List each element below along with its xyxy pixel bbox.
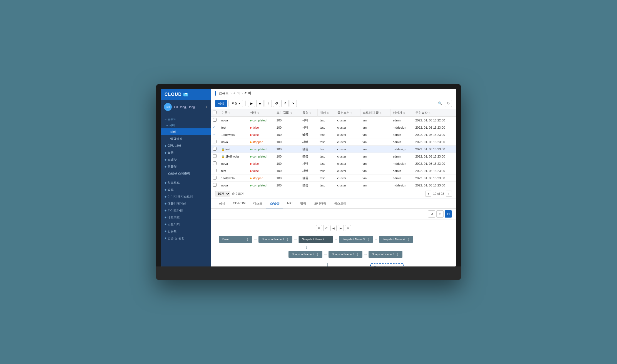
flow-start-btn[interactable]: ◀ (330, 225, 337, 231)
search-icon[interactable]: 🔍 (436, 100, 444, 107)
snapshot-flow-btn[interactable]: ⊟ (445, 210, 452, 218)
node-6b-menu[interactable]: ⋮ (396, 253, 399, 256)
snapshot-node-6b[interactable]: Snapshot Name 6 ⋮ (369, 251, 402, 258)
table-row[interactable]: novastopped100서버testclustervmadmin2022. … (211, 138, 456, 146)
plus-icon-app: + (165, 202, 166, 206)
row-checkbox[interactable] (213, 154, 217, 158)
row-checkbox[interactable] (213, 169, 217, 172)
sidebar-item-app[interactable]: + 애플리케이션 (161, 200, 211, 207)
tab-disk[interactable]: 디스크 (249, 199, 266, 208)
node-base-menu[interactable]: ⋮ (246, 238, 249, 241)
flow-close-btn[interactable]: ✕ (345, 225, 351, 231)
row-target: test (317, 117, 335, 124)
sidebar-item-workload[interactable]: + 워크로드 (161, 179, 211, 186)
flow-sync-btn[interactable]: ↺ (323, 225, 329, 231)
table-row[interactable]: ✓1lkdfjwolalfalse100볼륨testclustervmadmin… (211, 131, 456, 138)
node-6a-menu[interactable]: ⋮ (356, 253, 359, 256)
sidebar-item-auth[interactable]: + 인증 및 관한 (161, 235, 211, 242)
snapshot-node-5[interactable]: Snapshot Name 5 ⋮ (288, 251, 322, 258)
tab-monitoring[interactable]: 모니터링 (310, 199, 330, 208)
create-button[interactable]: 생성 (215, 100, 227, 107)
plus-icon-pipeline: + (165, 209, 166, 213)
avatar: GH (164, 103, 172, 111)
sidebar-group-server[interactable]: 서버 (161, 122, 211, 128)
select-all-checkbox[interactable] (213, 111, 217, 114)
you-are-here-node[interactable]: You are Here + (370, 263, 404, 266)
table-row[interactable]: novafalse100서버testclustervmrnddesign2022… (211, 160, 456, 167)
snapshot-node-6a[interactable]: Snapshot Name 6 ⋮ (329, 251, 362, 258)
node-5-menu[interactable]: ⋮ (316, 253, 319, 256)
breadcrumb-compute[interactable]: 컴퓨트 (219, 91, 229, 96)
snapshot-node-3[interactable]: Snapshot Name 3 ⋮ (339, 236, 373, 243)
toolbar-reload-btn[interactable]: ↻ (445, 100, 452, 107)
next-page-btn[interactable]: › (446, 191, 452, 197)
sidebar-item-snapshot[interactable]: + 스냅샷 (161, 156, 211, 163)
toolbar-close-btn[interactable]: ✕ (290, 100, 297, 107)
sidebar-item-computer2[interactable]: + 컴퓨트 (161, 228, 211, 235)
table-row[interactable]: ✓testfalse100서버testclustervmrnddesign202… (211, 124, 456, 131)
sidebar-item-volume[interactable]: + 볼륨 (161, 149, 211, 156)
node-4-menu[interactable]: ⋮ (407, 238, 410, 241)
row-creator: admin (390, 174, 413, 182)
table-row[interactable]: 🔒 testcompleted100볼륨testclustervmrnddesi… (211, 146, 456, 153)
sidebar-item-pipeline[interactable]: + 파이프라인 (161, 207, 211, 214)
snapshot-node-2[interactable]: Snapshot Name 2 ⋮ (298, 236, 333, 243)
sidebar-item-gpu[interactable]: + GPU 서버 (161, 142, 211, 149)
table-row[interactable]: testfalse100서버testclustervmadmin2022. 01… (211, 167, 456, 174)
table-row[interactable]: novacompleted100볼륨testclustervmrnddesign… (211, 182, 456, 189)
status-dot (250, 149, 252, 150)
row-checkbox[interactable] (213, 140, 217, 143)
sidebar-item-template[interactable]: + 템플릿 (161, 163, 211, 170)
node-3-menu[interactable]: ⋮ (367, 238, 370, 241)
tab-nic[interactable]: NIC (283, 199, 296, 208)
flow-toolbar: ⧉ ↺ ◀ ▶ ✕ (219, 225, 448, 231)
flow-end-btn[interactable]: ▶ (338, 225, 344, 231)
sidebar-item-network[interactable]: + 네트워크 (161, 214, 211, 221)
row-checkbox[interactable] (213, 183, 217, 187)
snapshot-refresh-btn[interactable]: ↺ (428, 210, 435, 218)
row-type: 볼륨 (300, 153, 317, 160)
snapshot-node-base[interactable]: Base ⋮ (219, 236, 252, 243)
toolbar-pause-btn[interactable]: ⏸ (265, 100, 272, 107)
snapshot-node-4[interactable]: Snapshot Name 4 ⋮ (379, 236, 413, 243)
toolbar-timer-btn[interactable]: ⏱ (273, 100, 280, 107)
flow-copy-btn[interactable]: ⧉ (316, 225, 322, 231)
per-page-select[interactable]: 10건 20건 50건 (215, 191, 230, 196)
laptop-base (156, 266, 461, 280)
node-1-menu[interactable]: ⋮ (286, 238, 289, 241)
prev-page-btn[interactable]: ‹ (425, 191, 431, 197)
sidebar-user[interactable]: GH Gil Dong, Hong ▾ (161, 100, 211, 114)
table-row[interactable]: novacompleted100서버testclustervmadmin2022… (211, 117, 456, 124)
toolbar-stop-btn[interactable]: ■ (256, 100, 263, 107)
row-checkbox[interactable] (213, 147, 217, 151)
tab-detail[interactable]: 상세 (215, 199, 229, 208)
tab-history[interactable]: 히스토리 (330, 199, 350, 208)
toolbar-play-btn[interactable]: ▶ (248, 100, 255, 107)
node-2-menu[interactable]: ⋮ (327, 238, 329, 241)
sidebar-item-network-label: 네트워크 (168, 215, 180, 220)
table-row[interactable]: 🔒 1lkdfjwolalcompleted100볼륨testclustervm… (211, 153, 456, 160)
snapshot-node-1[interactable]: Snapshot Name 1 ⋮ (258, 236, 292, 243)
sidebar-item-storage-label: 스토리지 (168, 222, 180, 226)
toolbar-refresh-btn[interactable]: ↺ (281, 100, 288, 107)
row-checkbox[interactable] (213, 176, 217, 179)
action-button[interactable]: 액션 ▾ (228, 100, 243, 107)
row-checkbox[interactable] (213, 118, 217, 122)
row-checkbox[interactable] (213, 161, 217, 165)
tab-malang[interactable]: 말랑 (296, 199, 310, 208)
snapshot-grid-btn[interactable]: ⊞ (436, 210, 444, 218)
snapshot-toolbar: ↺ ⊞ ⊟ (211, 209, 456, 220)
table-row[interactable]: 1lkdfjwolalstopped100볼륨testclustervmadmi… (211, 174, 456, 182)
tab-snapshot[interactable]: 스냅샷 (266, 199, 283, 208)
sidebar-item-server[interactable]: • 서버 (161, 128, 211, 135)
sidebar-item-batch[interactable]: 일괄생성 (161, 135, 211, 142)
sidebar-item-build[interactable]: + 빌드 (161, 186, 211, 193)
sidebar-item-image[interactable]: + 이미지 레지스트리 (161, 193, 211, 200)
row-date: 2022. 01. 03 15:23:00 (413, 174, 456, 182)
breadcrumb-server[interactable]: 서버 (233, 91, 240, 96)
status-dot (250, 141, 252, 143)
row-creator: admin (390, 153, 413, 160)
tab-cdrom[interactable]: CD-ROM (229, 199, 249, 208)
sidebar-item-snapshot-schedule[interactable]: 스냅샷 스케줄링 (161, 170, 211, 177)
sidebar-item-storage[interactable]: + 스토리지 (161, 221, 211, 228)
